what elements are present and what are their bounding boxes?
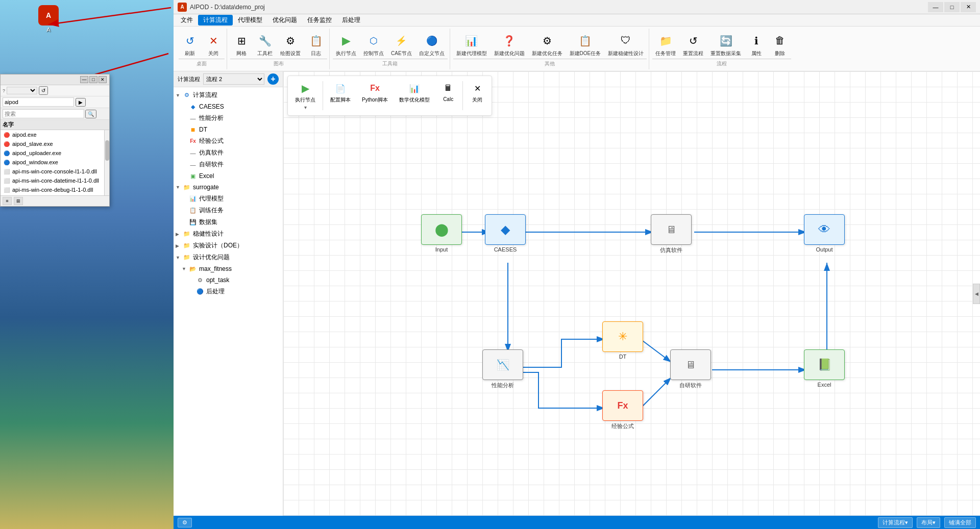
fe-view-icons-btn[interactable]: ⊞: [14, 197, 23, 205]
new-doe-btn[interactable]: 📋 新建DOE任务: [567, 31, 604, 59]
list-item[interactable]: 🔵 aipod_window.exe: [1, 158, 109, 167]
tree-item-opt-task[interactable]: ⚙ opt_task: [174, 274, 283, 286]
new-opt-problem-btn[interactable]: ❓ 新建优化问题: [491, 31, 528, 59]
tree-item-ziyan[interactable]: — 自研软件: [174, 159, 283, 170]
tree-item-sheji-youhua[interactable]: ▼ 📁 设计优化问题: [174, 251, 283, 263]
delete-btn[interactable]: 🗑 删除: [769, 31, 791, 59]
ct-close-btn[interactable]: ✕ 关闭: [466, 79, 488, 112]
close-btn[interactable]: ✕: [961, 2, 976, 12]
fe-file-list: 🔴 aipod.exe 🔴 aipod_slave.exe 🔵 aipod_up…: [1, 130, 109, 195]
refresh-btn[interactable]: ↺ 刷新: [179, 31, 201, 59]
tree-item-excel[interactable]: ▣ Excel: [174, 170, 283, 182]
fe-address-input[interactable]: [3, 97, 74, 107]
ct-math-model-btn[interactable]: 📊 数学优化模型: [395, 79, 434, 112]
node-icon: —: [189, 114, 197, 122]
fe-refresh-btn[interactable]: ↺: [39, 86, 48, 95]
toolbox-icon: 🔧: [257, 33, 273, 49]
tree-item-caeses[interactable]: ◆ CAESES: [174, 101, 283, 112]
flow-node-jingyan[interactable]: Fx 经验公式: [602, 390, 643, 430]
toolbox-btn[interactable]: 🔧 工具栏: [254, 31, 276, 59]
list-item[interactable]: ⬜ api-ms-win-core-debug-l1-1-0.dll: [1, 185, 109, 194]
tree-item-surrogate[interactable]: ▼ 📁 surrogate: [174, 182, 283, 193]
log-btn[interactable]: 📋 日志: [305, 31, 327, 59]
list-item[interactable]: 🔵 aipod_uploader.exe: [1, 148, 109, 158]
task-mgr-icon: 📁: [657, 33, 674, 49]
flow-node-ziyan[interactable]: 🖥 自研软件: [670, 349, 711, 389]
node-box-caeses: ◆: [485, 214, 526, 245]
tree-item-fangzhen[interactable]: — 仿真软件: [174, 147, 283, 159]
fe-maximize-btn[interactable]: □: [89, 76, 97, 83]
new-opt-task-btn[interactable]: ⚙ 新建优化任务: [529, 31, 566, 59]
flow-node-xingneng[interactable]: 📉 性能分析: [482, 349, 523, 389]
fe-dropdown[interactable]: [7, 87, 37, 94]
ct-python-btn[interactable]: Fx Python脚本: [358, 79, 392, 112]
cae-node-btn[interactable]: ⚡ CAE节点: [388, 31, 415, 59]
flow-node-input[interactable]: ⬤ Input: [421, 214, 462, 253]
menu-opt-problem[interactable]: 优化问题: [267, 15, 302, 26]
desktop-aipod-icon[interactable]: A A: [33, 5, 64, 36]
fe-close-btn[interactable]: ✕: [99, 76, 107, 83]
custom-node-label: 自定义节点: [419, 50, 445, 57]
flow-node-dt[interactable]: ✳ DT: [602, 321, 643, 360]
reset-flow-btn[interactable]: ↺ 重置流程: [680, 31, 706, 59]
grid-btn[interactable]: ⊞ 网格: [230, 31, 253, 59]
fe-go-btn[interactable]: ▶: [76, 98, 86, 107]
custom-node-btn[interactable]: 🔵 自定义节点: [416, 31, 448, 59]
add-flow-btn[interactable]: +: [267, 73, 279, 85]
tree-item-calc-flow[interactable]: ▼ ⚙ 计算流程: [174, 89, 283, 101]
toolbox-section-label: 工具箱: [333, 59, 448, 67]
flow-selector[interactable]: 流程 2: [203, 73, 264, 85]
tree-item-shiyan[interactable]: ▶ 📁 实验设计（DOE）: [174, 240, 283, 251]
fe-search-btn[interactable]: 🔍: [85, 110, 96, 118]
flow-node-excel[interactable]: 📗 Excel: [804, 349, 845, 388]
attr-btn[interactable]: ℹ 属性: [745, 31, 768, 59]
fe-minimize-btn[interactable]: —: [80, 76, 88, 83]
tree-item-jingyan[interactable]: Fx 经验公式: [174, 135, 283, 147]
ct-exec-node-btn[interactable]: ▶ 执行节点 ▾: [291, 79, 320, 112]
fe-scrollbar[interactable]: [104, 130, 109, 195]
reset-data-btn[interactable]: 🔄 重置数据采集: [707, 31, 744, 59]
tree-item-daili[interactable]: 📊 代理模型: [174, 193, 283, 205]
calc-flow-btn[interactable]: 计算流程▾: [878, 517, 913, 528]
menu-calc-flow[interactable]: 计算流程: [198, 15, 233, 26]
draw-settings-btn[interactable]: ⚙ 绘图设置: [277, 31, 304, 59]
tree-item-dt[interactable]: ■ DT: [174, 124, 283, 135]
file-icon: ⬜: [3, 186, 11, 194]
menu-surrogate[interactable]: 代理模型: [233, 15, 267, 26]
ct-config-script-btn[interactable]: 📄 配置脚本: [326, 79, 355, 112]
tree-item-xingneng[interactable]: — 性能分析: [174, 112, 283, 124]
menu-file[interactable]: 文件: [176, 15, 198, 26]
collapse-btn[interactable]: ◀: [973, 284, 980, 304]
new-surrogate-btn[interactable]: 📊 新建代理模型: [453, 31, 490, 59]
new-robust-btn[interactable]: 🛡 新建稳健性设计: [605, 31, 647, 59]
flow-node-output[interactable]: 👁 Output: [804, 214, 845, 253]
node-label: 计算流程: [193, 91, 217, 99]
ct-math-model-icon: 📊: [407, 81, 422, 95]
list-item[interactable]: ⬜ api-ms-win-core-console-l1-1-0.dll: [1, 167, 109, 176]
fe-view-list-btn[interactable]: ≡: [3, 197, 12, 205]
menu-task-monitor[interactable]: 任务监控: [302, 15, 337, 26]
tree-item-shujuji[interactable]: 💾 数据集: [174, 216, 283, 228]
flow-node-caeses[interactable]: ◆ CAESES: [485, 214, 526, 253]
maximize-btn[interactable]: □: [944, 2, 960, 12]
list-item[interactable]: ⬜ api-ms-win-core-datetime-l1-1-0.dll: [1, 176, 109, 185]
task-mgr-btn[interactable]: 📁 任务管理: [652, 31, 679, 59]
fit-all-btn[interactable]: 铺满全部: [944, 517, 976, 528]
fe-search-input[interactable]: [3, 109, 84, 118]
flow-node-fangzhen[interactable]: 🖥 仿真软件: [651, 214, 692, 254]
ct-calc-btn[interactable]: 🖩 Calc: [437, 79, 459, 112]
list-item[interactable]: 🔴 aipod.exe: [1, 130, 109, 139]
toolbar-close-btn[interactable]: ✕ 关闭: [202, 31, 225, 59]
fe-column-header: 名字: [1, 120, 109, 130]
tree-item-xunlian[interactable]: 📋 训练任务: [174, 205, 283, 216]
exec-node-btn[interactable]: ▶ 执行节点: [333, 31, 359, 59]
minimize-btn[interactable]: —: [928, 2, 943, 12]
tree-item-wenjianjian[interactable]: ▶ 📁 稳健性设计: [174, 228, 283, 240]
menu-postprocess[interactable]: 后处理: [337, 15, 365, 26]
layout-btn[interactable]: 布局▾: [917, 517, 940, 528]
list-item[interactable]: 🔴 aipod_slave.exe: [1, 139, 109, 148]
ctrl-node-btn[interactable]: ⬡ 控制节点: [360, 31, 387, 59]
tree-item-max-fitness[interactable]: ▼ 📂 max_fitness: [174, 263, 283, 274]
tree-item-houchuli[interactable]: 🔵 后处理: [174, 286, 283, 297]
settings-btn[interactable]: ⚙: [178, 518, 192, 527]
